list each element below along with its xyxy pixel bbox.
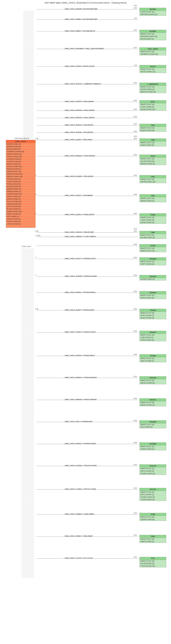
entity-field: MAHNV [CHAR (2)] [6, 188, 35, 190]
cardinality-target: 0..N [134, 213, 136, 214]
relation-edge [37, 125, 138, 126]
cardinality-target: 0..N [134, 308, 136, 310]
entity-header: TFKTVO [140, 488, 166, 491]
entity-field: HVORG [CHAR (4)] [140, 472, 166, 475]
cardinality-target: 0..N [134, 274, 136, 276]
entity-header: T059Q [140, 214, 166, 216]
entity-header: T001 [140, 124, 166, 127]
entity-field: MANDT [CLNT (3)] [140, 423, 166, 426]
entity-field: IKEY [CHAR (2)] [140, 426, 166, 428]
entity-header: TFK000K [140, 258, 166, 260]
relation-label: CMAC_FKKCL-FDGRP = T035-GRUPP [64, 176, 93, 177]
entity-ellipsis: ... [6, 225, 35, 228]
entity-header: BUT000 [140, 8, 166, 11]
entity-field: LAND [CHAR (3)] [140, 336, 166, 339]
cardinality-target: 0..N [134, 464, 136, 466]
cardinality-source: 1 [36, 213, 36, 214]
entity-header: FKKVK [140, 65, 166, 68]
entity-field: MANDT [CLNT (3)] [140, 516, 166, 518]
entity-field: MANDT [CLNT (3)] [140, 491, 166, 493]
relation-label: CMAC_FKKCL-EMGPA = BUT000-PARTNER [64, 8, 98, 10]
entity-field: AUGRD [CHAR (2)] [140, 278, 166, 280]
cardinality-target: 0..N [134, 116, 136, 118]
entity-field: GSBER [CHAR (4)] [140, 518, 166, 521]
entity-field: CLIENT [CLNT (3)] [140, 11, 166, 13]
cardinality-target: 0..N [134, 257, 136, 258]
entity-field: GRUPP [CHAR (10)] [140, 180, 166, 183]
entity-field: GSBER [CHAR (4)] [6, 145, 35, 148]
entity-field: MANDT [CLNT (3)] [140, 103, 166, 106]
relation-edge [37, 422, 138, 422]
entity-field: MANDT [CLNT (3)] [140, 158, 166, 160]
cardinality-target: 0..N [134, 108, 136, 110]
entity-field: MAHNV [CHAR (2)] [140, 382, 166, 384]
entity-T007A: T007AMANDT [CLNT (3)]KALSM [CHAR (6)]MWS… [140, 154, 166, 165]
relation-label: CMAC_FKKCL-MWSKZ = T007A-MWSKZ [64, 155, 95, 157]
relation-label: CMAC_FKKCL-VKONT = FKKVK-VKONT [64, 65, 95, 67]
cardinality-source: 1 [36, 257, 36, 258]
entity-field: WAERS [CUKY (5)] [140, 250, 166, 252]
relation-label: CMAC_FKKCL-WAERS = TCURC-WAERS [64, 236, 96, 238]
entity-field: MANDT [CLNT (3)] [140, 127, 166, 129]
entity-header: T880 [140, 231, 166, 234]
entity-field: KALSM [CHAR (6)] [140, 160, 166, 162]
cardinality-source: 1 / 0..N [36, 235, 40, 236]
page-title: SAP ABAP table CMAC_FKKCL {Extended FI-C… [2, 2, 170, 4]
cardinality-target: 0..N [134, 194, 136, 195]
entity-header: T035 [140, 175, 166, 178]
entity-field: QSSKZ [CHAR (2)] [140, 221, 166, 224]
entity-field: MWSKO [CHAR (10)] [6, 173, 35, 175]
entity-FKKVK: FKKVKMANDT [CLNT (3)]VKONT [CHAR (12)] [140, 65, 166, 73]
entity-T005: T005MANDT [CLNT (3)]LAND1 [CHAR (3)] [140, 138, 166, 146]
entity-field: MWSKZ [CHAR (2)] [6, 168, 35, 170]
relation-label: CMAC_FKKCL-HKONT = SKA1-SAKNR [64, 100, 94, 102]
cardinality-target: 0..N [134, 534, 136, 536]
relation-label: CMAC_FKKCL-MANSP = TFK047S-MANSP [64, 399, 96, 400]
entity-field: TVORG [CHAR (4)] [6, 160, 35, 163]
relation-edge [37, 259, 138, 259]
entity-field: MANDT [CLNT (3)] [140, 234, 166, 236]
entity-BUT0BK: BUT0BKMANDT [CLNT (3)]PARTNER [CHAR (10)… [140, 30, 166, 40]
entity-TFK001A: TFK001AAUGRD [CHAR (2)] [140, 275, 166, 280]
relation-label: CMAC_FKKCL-BUKRS = T001-BUKRS [64, 124, 93, 126]
entity-TFK000K: TFK000KMANDT [CLNT (3)]KONTT [CHAR (2)] [140, 258, 166, 265]
entity-field: MANDT [CLNT (3)] [140, 50, 166, 53]
entity-header: TFK003 [140, 309, 166, 312]
entity-field: TXJCD [CHAR (15)] [140, 565, 166, 567]
relation-label: CMAC_FKKCL-MWSKO = SKA1-SAKNR [64, 110, 94, 111]
entity-field: MANDT [CLNT (3)] [140, 379, 166, 382]
relation-edge [37, 400, 138, 400]
cardinality-source: 0..N [36, 308, 38, 310]
entity-TTXJ: TTXJMANDT [CLNT (3)]KALSM [CHAR (6)]TXJC… [140, 557, 166, 567]
entity-field: BKVID [CHAR (4)] [140, 38, 166, 40]
entity-field: EMGPA [CHAR (10)] [6, 210, 35, 213]
entity-field: KONTT [CHAR (2)] [6, 205, 35, 208]
relation-label: CMAC_FKKCL-KONTT = TFK000K-KONTT [64, 258, 96, 260]
entity-field: BLART [CHAR (2)] [6, 208, 35, 210]
entity-field: BUKRS [CHAR (4)] [140, 88, 166, 90]
relation-label: CMAC_FKKCL-EMBVT = BUT0BK-BKVID [64, 30, 95, 32]
entity-SKA1: SKA1MANDT [CLNT (3)]KTOPL [CHAR (4)]SAKN… [140, 100, 166, 111]
entity-field: SAKNR [CHAR (10)] [140, 108, 166, 110]
relation-edge [37, 132, 138, 133]
entity-field: SEGMENT [CHAR (10)] [6, 150, 35, 153]
entity-field: VKONT [CHAR (12)] [6, 155, 35, 158]
relation-edge [37, 276, 138, 277]
cardinality-target: 0..N [134, 244, 136, 245]
cardinality-target-alt: 0..N [134, 5, 136, 6]
entity-field: AUGRD [CHAR (2)] [6, 185, 35, 188]
cardinality-target: 0..N [134, 7, 136, 9]
entity-field: BRANCH [CHAR (4)] [140, 90, 166, 93]
relation-edge [37, 66, 138, 67]
entity-header: TSPA [140, 535, 166, 538]
entity-field: IKEY [CHAR (2)] [6, 215, 35, 218]
entity-field: PERSL [CHAR (4)] [6, 183, 35, 185]
relation-label: CMAC_FKKCL-IKEY = TFK056A-IKEY [64, 421, 92, 422]
entity-field: APPLK [CHAR (1)] [140, 314, 166, 317]
entity-header: TFK047A [140, 376, 166, 379]
entity-header: TFKHVO [140, 464, 166, 467]
entity-header: J_1BBRANCH [140, 83, 166, 86]
cardinality-target: 0..N [134, 556, 136, 558]
cardinality-target: 0..N [134, 47, 136, 48]
entity-field: MANDT [CLNT (3)] [140, 178, 166, 180]
